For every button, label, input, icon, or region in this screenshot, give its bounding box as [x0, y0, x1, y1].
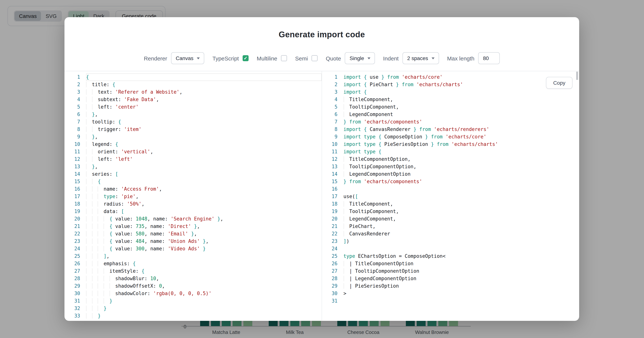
line-number: 1: [322, 74, 338, 81]
line-number: 8: [64, 126, 80, 133]
line-number: 5: [64, 103, 80, 111]
renderer-group: Renderer Canvas: [144, 52, 204, 64]
line-number-gutter: 1234567891011121314151617181920212223242…: [322, 74, 338, 305]
code-line: [344, 297, 579, 305]
line-number: 24: [64, 245, 80, 253]
line-number: 21: [64, 223, 80, 230]
multiline-label: Multiline: [257, 55, 277, 61]
line-number: 32: [64, 305, 80, 312]
code-line: import { use } from 'echarts/core': [344, 74, 579, 81]
line-number: 19: [322, 208, 338, 215]
code-line: { value: 300, name: 'Video Ads' }: [86, 245, 322, 253]
option-code-content[interactable]: { title: { text: 'Referer of a Website',…: [86, 74, 322, 320]
code-line: | TooltipComponentOption: [344, 267, 579, 275]
renderer-select-value: Canvas: [176, 55, 194, 61]
line-number: 6: [64, 111, 80, 118]
code-line: type EChartsOption = ComposeOption<: [344, 253, 579, 260]
line-number: 15: [322, 178, 338, 185]
multiline-checkbox[interactable]: ✓: [281, 55, 287, 61]
code-line: { value: 1048, name: 'Search Engine' },: [86, 215, 322, 223]
max-length-input[interactable]: [478, 52, 500, 64]
check-icon: ✓: [244, 56, 248, 61]
typescript-checkbox[interactable]: ✓: [242, 55, 248, 61]
line-number: 31: [64, 297, 80, 305]
code-line: import type { ComposeOption } from 'echa…: [344, 133, 579, 141]
line-number: 30: [64, 290, 80, 297]
code-line: shadowOffsetX: 0,: [86, 282, 322, 290]
code-line: }: [86, 297, 322, 305]
typescript-label: TypeScript: [212, 55, 239, 61]
indent-group: Indent 2 spaces: [383, 52, 439, 64]
line-number: 31: [322, 297, 338, 305]
renderer-select[interactable]: Canvas: [171, 52, 204, 64]
code-line: text: 'Referer of a Website',: [86, 88, 322, 96]
multiline-group: Multiline ✓: [257, 55, 287, 61]
line-number: 21: [322, 223, 338, 230]
code-line: TitleComponentOption,: [344, 156, 579, 163]
code-line: },: [86, 163, 322, 170]
code-line: import { CanvasRenderer } from 'echarts/…: [344, 126, 579, 133]
line-number: 26: [322, 260, 338, 267]
code-line: }: [86, 305, 322, 312]
line-number: 28: [322, 275, 338, 282]
line-number: 4: [322, 96, 338, 103]
line-number: 5: [322, 103, 338, 111]
import-code-content[interactable]: import { use } from 'echarts/core'import…: [344, 74, 579, 305]
code-line: subtext: 'Fake Data',: [86, 96, 322, 103]
code-line: PieChart,: [344, 223, 579, 230]
line-number: 9: [322, 133, 338, 141]
code-line: import {: [344, 88, 579, 96]
line-number: 3: [64, 88, 80, 96]
line-number: 12: [64, 156, 80, 163]
code-line: {: [86, 178, 322, 185]
line-number: 29: [322, 282, 338, 290]
line-number: 20: [64, 215, 80, 223]
code-line: >: [344, 290, 579, 297]
line-number: 23: [322, 238, 338, 245]
code-line: import type {: [344, 148, 579, 156]
code-line: legend: {: [86, 141, 322, 148]
code-line: }: [86, 312, 322, 320]
code-line: },: [86, 133, 322, 141]
indent-select-value: 2 spaces: [407, 55, 428, 61]
code-line: shadowBlur: 10,: [86, 275, 322, 282]
line-number: 25: [64, 253, 80, 260]
code-line: type: 'pie',: [86, 193, 322, 200]
line-number: 1: [64, 74, 80, 81]
line-number: 8: [322, 126, 338, 133]
option-code-pane[interactable]: 1234567891011121314151617181920212223242…: [64, 71, 322, 321]
line-number: 13: [64, 163, 80, 170]
code-line: use([: [344, 193, 579, 200]
code-line: } from 'echarts/components': [344, 118, 579, 126]
code-line: tooltip: {: [86, 118, 322, 126]
line-number: 16: [322, 185, 338, 193]
line-number: 25: [322, 253, 338, 260]
code-line: CanvasRenderer: [344, 230, 579, 238]
line-number: 3: [322, 88, 338, 96]
semi-checkbox[interactable]: ✓: [312, 55, 318, 61]
code-line: title: {: [86, 81, 322, 88]
semi-group: Semi ✓: [295, 55, 318, 61]
typescript-group: TypeScript ✓: [212, 55, 248, 61]
chevron-down-icon: [197, 57, 200, 59]
line-number: 22: [64, 230, 80, 238]
scrollbar-thumb[interactable]: [576, 72, 578, 80]
quote-select[interactable]: Single: [345, 52, 375, 64]
code-line: import type { PieSeriesOption } from 'ec…: [344, 141, 579, 148]
line-number: 15: [64, 178, 80, 185]
line-number: 22: [322, 230, 338, 238]
import-code-pane[interactable]: 1234567891011121314151617181920212223242…: [322, 71, 579, 321]
code-line: } from 'echarts/components': [344, 178, 579, 185]
code-line: ],: [86, 253, 322, 260]
line-number: 9: [64, 133, 80, 141]
code-line: LegendComponent,: [344, 215, 579, 223]
code-line: [344, 185, 579, 193]
modal-title: Generate import code: [64, 30, 579, 40]
chevron-down-icon: [368, 57, 370, 59]
code-line: TitleComponent,: [344, 200, 579, 208]
code-line: name: 'Access From',: [86, 185, 322, 193]
code-line: left: 'left': [86, 156, 322, 163]
indent-select[interactable]: 2 spaces: [402, 52, 439, 64]
copy-button[interactable]: Copy: [546, 77, 572, 89]
line-number: 10: [64, 141, 80, 148]
